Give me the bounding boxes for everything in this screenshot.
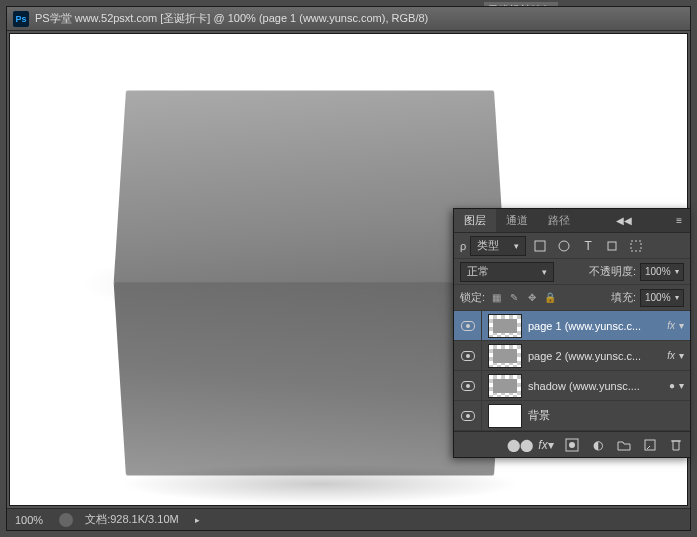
status-expand-icon[interactable]: ▸ xyxy=(195,515,200,525)
panel-tabs: 图层 通道 路径 ◀◀ ≡ xyxy=(454,209,690,233)
lock-all-icon[interactable]: 🔒 xyxy=(543,291,557,305)
visibility-toggle[interactable] xyxy=(454,311,482,340)
kind-icon: ρ xyxy=(460,240,466,252)
layer-expand-icon[interactable]: ▾ xyxy=(679,350,684,361)
layer-thumbnail[interactable] xyxy=(488,314,522,338)
card-back-page xyxy=(114,90,507,283)
eye-icon xyxy=(461,351,475,361)
mask-icon[interactable] xyxy=(564,437,580,453)
window-title: PS学堂 www.52psxt.com [圣诞折卡] @ 100% (page … xyxy=(35,11,428,26)
svg-rect-0 xyxy=(535,241,545,251)
lock-row: 锁定: ▦ ✎ ✥ 🔒 填充: 100% xyxy=(454,285,690,311)
lock-pos-icon[interactable]: ✥ xyxy=(525,291,539,305)
layers-panel: 图层 通道 路径 ◀◀ ≡ ρ 类型 T 正常 不透明度: 100% 锁定: ▦… xyxy=(453,208,691,458)
fx-badge[interactable]: fx xyxy=(667,320,675,331)
filter-smart-icon[interactable] xyxy=(626,236,646,256)
opacity-label: 不透明度: xyxy=(589,264,636,279)
filter-row: ρ 类型 T xyxy=(454,233,690,259)
svg-rect-3 xyxy=(631,241,641,251)
filter-type-icon[interactable]: T xyxy=(578,236,598,256)
delete-layer-icon[interactable] xyxy=(668,437,684,453)
blend-mode-dropdown[interactable]: 正常 xyxy=(460,262,554,282)
fill-input[interactable]: 100% xyxy=(640,289,684,307)
lock-label: 锁定: xyxy=(460,290,485,305)
ps-logo-icon: Ps xyxy=(13,11,29,27)
status-bar: 100% 文档:928.1K/3.10M ▸ xyxy=(7,508,690,530)
tab-layers[interactable]: 图层 xyxy=(454,209,496,232)
layer-thumbnail[interactable] xyxy=(488,404,522,428)
eye-icon xyxy=(461,381,475,391)
layer-expand-icon[interactable]: ▾ xyxy=(679,380,684,391)
eye-icon xyxy=(461,411,475,421)
layer-expand-icon[interactable]: ▾ xyxy=(679,320,684,331)
card-front-page xyxy=(114,282,507,475)
layer-item[interactable]: page 1 (www.yunsc.c... fx▾ xyxy=(454,311,690,341)
fx-icon[interactable]: fx▾ xyxy=(538,437,554,453)
tab-paths[interactable]: 路径 xyxy=(538,209,580,232)
fx-badge[interactable]: fx xyxy=(667,350,675,361)
fill-label: 填充: xyxy=(611,290,636,305)
panel-footer: ⬤⬤ fx▾ ◐ xyxy=(454,431,690,457)
layer-name[interactable]: page 2 (www.yunsc.c... xyxy=(528,350,663,362)
layer-item[interactable]: page 2 (www.yunsc.c... fx▾ xyxy=(454,341,690,371)
lock-trans-icon[interactable]: ▦ xyxy=(489,291,503,305)
opacity-input[interactable]: 100% xyxy=(640,263,684,281)
filter-pixel-icon[interactable] xyxy=(530,236,550,256)
svg-point-1 xyxy=(559,241,569,251)
lock-pixels-icon[interactable]: ✎ xyxy=(507,291,521,305)
layer-thumbnail[interactable] xyxy=(488,344,522,368)
tab-channels[interactable]: 通道 xyxy=(496,209,538,232)
svg-point-5 xyxy=(569,442,575,448)
lock-icons: ▦ ✎ ✥ 🔒 xyxy=(489,291,557,305)
svg-rect-2 xyxy=(608,242,616,250)
new-layer-icon[interactable] xyxy=(642,437,658,453)
zoom-level[interactable]: 100% xyxy=(15,514,43,526)
panel-menu-icon[interactable]: ≡ xyxy=(668,215,690,226)
layer-dot-icon: ● xyxy=(669,380,675,391)
blend-row: 正常 不透明度: 100% xyxy=(454,259,690,285)
svg-rect-6 xyxy=(645,440,655,450)
visibility-toggle[interactable] xyxy=(454,401,482,430)
filter-adjust-icon[interactable] xyxy=(554,236,574,256)
filter-shape-icon[interactable] xyxy=(602,236,622,256)
visibility-toggle[interactable] xyxy=(454,341,482,370)
layer-name[interactable]: shadow (www.yunsc.... xyxy=(528,380,669,392)
layer-name[interactable]: 背景 xyxy=(528,408,690,423)
layer-name[interactable]: page 1 (www.yunsc.c... xyxy=(528,320,663,332)
layers-list: page 1 (www.yunsc.c... fx▾ page 2 (www.y… xyxy=(454,311,690,431)
link-layers-icon[interactable]: ⬤⬤ xyxy=(512,437,528,453)
doc-size[interactable]: 文档:928.1K/3.10M xyxy=(85,512,179,527)
panel-collapse-icon[interactable]: ◀◀ xyxy=(608,215,640,226)
visibility-toggle[interactable] xyxy=(454,371,482,400)
title-bar: Ps PS学堂 www.52psxt.com [圣诞折卡] @ 100% (pa… xyxy=(7,7,690,31)
card-bottom-shadow xyxy=(120,464,520,504)
status-icon[interactable] xyxy=(59,513,73,527)
layer-item[interactable]: shadow (www.yunsc.... ●▾ xyxy=(454,371,690,401)
eye-icon xyxy=(461,321,475,331)
adjustment-icon[interactable]: ◐ xyxy=(590,437,606,453)
group-icon[interactable] xyxy=(616,437,632,453)
layer-thumbnail[interactable] xyxy=(488,374,522,398)
layer-item[interactable]: 背景 xyxy=(454,401,690,431)
kind-dropdown[interactable]: 类型 xyxy=(470,236,526,256)
